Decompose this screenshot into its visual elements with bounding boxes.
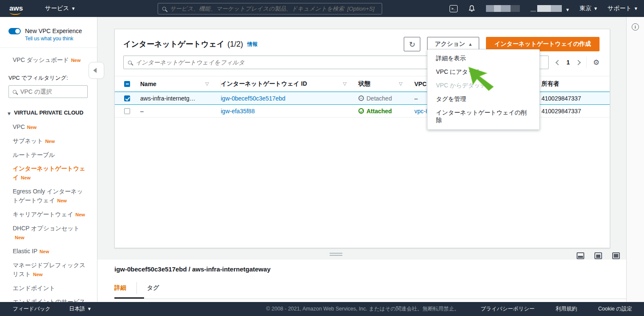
sidebar-item[interactable]: サブネットNew — [13, 137, 88, 146]
page-prev-icon[interactable] — [555, 60, 561, 65]
igw-id-link[interactable]: igw-efa35f88 — [221, 108, 255, 115]
chevron-down-icon: ▼ — [566, 8, 569, 12]
chevron-down-icon: ▼ — [594, 7, 597, 11]
cell-state: Detached — [358, 95, 414, 102]
divider — [136, 282, 137, 294]
sidebar-item-label: キャリアゲートウェイ — [13, 211, 73, 218]
select-all-checkbox[interactable] — [124, 81, 130, 87]
igw-id-link[interactable]: igw-0becef50c3e517ebd — [221, 95, 286, 102]
layout-split-large-icon[interactable] — [594, 252, 602, 259]
settings-gear-icon[interactable]: ⚙ — [593, 59, 600, 66]
cloudshell-icon[interactable]: >_ — [450, 5, 458, 12]
tell-us-link[interactable]: Tell us what you think — [25, 36, 97, 42]
account-name-redacted — [486, 5, 520, 12]
vpc-filter-input[interactable] — [20, 88, 97, 95]
aws-logo[interactable]: aws — [9, 4, 25, 13]
top-nav: aws サービス ▼ >_ ▼ 東京 ▼ サポート ▼ — [0, 0, 644, 17]
state-label: Detached — [366, 95, 392, 102]
global-search-input[interactable] — [170, 6, 378, 12]
info-link[interactable]: 情報 — [247, 41, 258, 48]
tab-tags[interactable]: タグ — [147, 284, 159, 292]
region-label: 東京 — [580, 5, 591, 12]
global-search — [158, 3, 382, 14]
new-experience-toggle[interactable] — [8, 28, 21, 34]
nav-right-group: >_ ▼ 東京 ▼ サポート ▼ — [450, 0, 637, 17]
row-checkbox[interactable] — [124, 95, 130, 101]
page-next-icon[interactable] — [575, 60, 581, 65]
menu-item[interactable]: 詳細を表示 — [427, 52, 539, 65]
divider — [586, 57, 587, 68]
new-badge: New — [21, 175, 31, 180]
sidebar-item-label: Elastic IP — [13, 248, 37, 254]
menu-item: VPC からデタッチ — [427, 79, 539, 92]
sort-icon[interactable]: ▽ — [399, 81, 402, 87]
cell-vpc: – — [414, 95, 418, 102]
tab-details[interactable]: 詳細 — [114, 284, 126, 292]
column-header-name: Name — [140, 81, 156, 87]
support-menu[interactable]: サポート ▼ — [608, 5, 637, 12]
column-header-igw-id: インターネットゲートウェイ ID — [221, 80, 307, 88]
new-badge: New — [57, 198, 67, 203]
divider — [114, 299, 626, 299]
new-badge: New — [45, 139, 55, 144]
sidebar-item-label: DHCP オプションセット — [13, 225, 80, 232]
sort-icon[interactable]: ▽ — [343, 81, 347, 87]
cell-owner: 410029847337 — [541, 95, 610, 102]
sidebar-item[interactable]: エンドポイントのサービス — [13, 297, 88, 302]
sidebar-section-vpc[interactable]: ▼ VIRTUAL PRIVATE CLOUD — [8, 109, 90, 117]
footer-link[interactable]: 利用規約 — [556, 305, 577, 313]
sidebar-item[interactable]: インターネットゲートウェイNew — [13, 164, 88, 182]
refresh-button[interactable]: ↻ — [404, 37, 420, 51]
sidebar-item[interactable]: キャリアゲートウェイNew — [13, 210, 88, 219]
services-menu[interactable]: サービス ▼ — [45, 5, 75, 12]
footer-link[interactable]: Cookie の設定 — [598, 305, 632, 313]
sidebar-item[interactable]: マネージドプレフィックスリストNew — [13, 261, 88, 279]
sidebar-item[interactable]: エンドポイント — [13, 284, 88, 293]
sidebar-collapse-button[interactable] — [89, 62, 104, 79]
sidebar-item[interactable]: ルートテーブル — [13, 151, 88, 159]
footer: フィードバック 日本語 ▼ © 2008 - 2021, Amazon Web … — [0, 302, 644, 316]
sidebar-item[interactable]: VPCNew — [13, 123, 88, 132]
feedback-link[interactable]: フィードバック — [13, 305, 50, 313]
menu-item[interactable]: タグを管理 — [427, 92, 539, 106]
info-icon[interactable]: i — [632, 23, 639, 31]
help-rail: i — [626, 17, 644, 302]
cell-owner: 410029847337 — [541, 108, 610, 115]
page-number: 1 — [566, 59, 570, 66]
notifications-bell-icon[interactable] — [468, 5, 475, 12]
sidebar-item[interactable]: DHCP オプションセットNew — [13, 224, 88, 242]
region-selector[interactable]: 東京 ▼ — [580, 5, 597, 12]
panel-layout-controls — [577, 252, 620, 259]
refresh-icon: ↻ — [409, 40, 415, 49]
sort-icon[interactable]: ▽ — [205, 81, 209, 87]
vpc-filter-label: VPC でフィルタリング: — [8, 74, 97, 82]
chevron-down-icon: ▼ — [88, 307, 91, 311]
chevron-down-icon: ▼ — [635, 7, 637, 11]
menu-item[interactable]: インターネットゲートウェイの削除 — [427, 106, 539, 127]
chevron-left-icon — [93, 68, 97, 73]
layout-fullscreen-icon[interactable] — [612, 252, 620, 259]
chevron-up-icon: ▲ — [469, 42, 472, 46]
redacted-block — [537, 5, 562, 12]
sidebar-item-label: VPC — [13, 123, 25, 130]
account-menu[interactable]: ▼ — [530, 5, 569, 12]
sidebar-item[interactable]: Elastic IPNew — [13, 247, 88, 256]
search-icon — [13, 90, 17, 94]
chevron-down-icon: ▼ — [8, 110, 11, 117]
sidebar-item-vpc-dashboard[interactable]: VPC ダッシュボードNew — [13, 56, 97, 64]
footer-links: プライバシーポリシー利用規約Cookie の設定 — [480, 305, 632, 313]
sidebar-item-label: エンドポイントのサービス — [13, 298, 86, 302]
row-checkbox[interactable] — [124, 108, 130, 114]
redacted-block — [530, 11, 536, 12]
search-icon — [162, 7, 166, 11]
layout-split-bottom-icon[interactable] — [577, 252, 584, 259]
footer-link[interactable]: プライバシーポリシー — [480, 305, 534, 313]
pagination: 1 ⚙ — [556, 57, 600, 68]
menu-item[interactable]: VPC にアタッチ — [427, 65, 539, 79]
column-header-state: 状態 — [358, 80, 370, 88]
sidebar-item-label: サブネット — [13, 137, 43, 144]
state-label: Attached — [366, 108, 392, 115]
split-drag-handle[interactable] — [330, 253, 342, 257]
sidebar-item[interactable]: Egress Only インターネットゲートウェイNew — [13, 187, 88, 205]
language-selector[interactable]: 日本語 ▼ — [69, 305, 91, 313]
